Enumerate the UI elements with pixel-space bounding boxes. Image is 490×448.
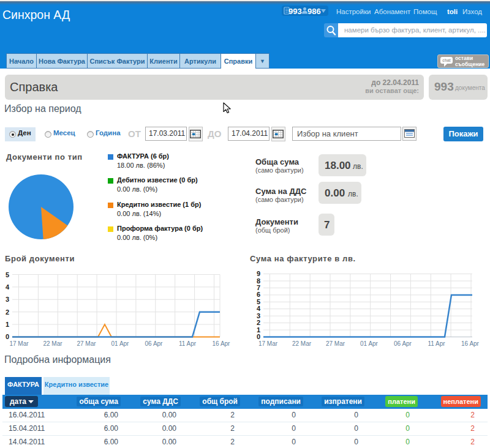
svg-text:5: 5: [257, 298, 260, 305]
svg-text:0: 0: [257, 333, 260, 340]
svg-text:4: 4: [6, 283, 10, 291]
svg-text:11 Apr: 11 Apr: [428, 340, 445, 347]
svg-text:16 Apr: 16 Apr: [461, 340, 480, 347]
svg-text:3: 3: [257, 312, 260, 319]
svg-text:2: 2: [257, 319, 260, 326]
svg-text:27 Mar: 27 Mar: [77, 340, 96, 347]
svg-text:5: 5: [6, 271, 9, 278]
svg-text:17 Mar: 17 Mar: [258, 340, 278, 347]
svg-text:01 Apr: 01 Apr: [360, 340, 379, 347]
svg-text:4: 4: [257, 305, 261, 312]
svg-text:chat: chat: [442, 58, 451, 62]
svg-text:8: 8: [257, 277, 260, 285]
svg-text:16 Apr: 16 Apr: [213, 340, 231, 347]
svg-text:06 Apr: 06 Apr: [145, 340, 164, 347]
svg-text:6: 6: [257, 291, 260, 298]
svg-text:0: 0: [6, 333, 9, 340]
svg-text:11 Apr: 11 Apr: [179, 340, 197, 347]
svg-text:22 Mar: 22 Mar: [292, 340, 312, 347]
svg-text:22 Mar: 22 Mar: [43, 340, 62, 347]
svg-text:17 Mar: 17 Mar: [9, 340, 29, 347]
svg-text:1: 1: [6, 321, 9, 328]
svg-text:01 Apr: 01 Apr: [111, 340, 130, 347]
svg-text:3: 3: [6, 296, 9, 303]
svg-text:1: 1: [257, 326, 260, 334]
svg-text:06 Apr: 06 Apr: [394, 340, 412, 347]
svg-text:7: 7: [257, 284, 260, 291]
svg-text:27 Mar: 27 Mar: [326, 340, 345, 347]
svg-text:2: 2: [6, 308, 9, 316]
svg-text:9: 9: [257, 270, 260, 277]
